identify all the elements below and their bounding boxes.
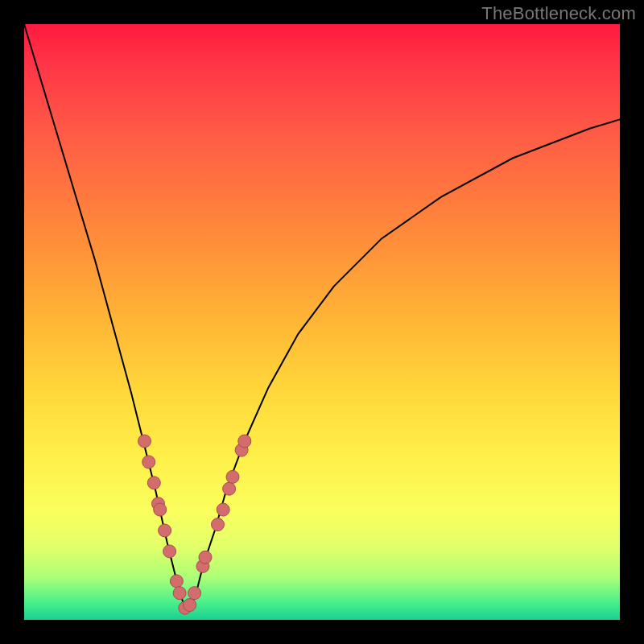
watermark-text: TheBottleneck.com (481, 3, 636, 24)
highlight-dot (188, 587, 201, 600)
highlight-dot (217, 503, 229, 516)
bottleneck-curve (24, 24, 620, 608)
highlight-dots-group (138, 435, 251, 614)
highlight-dot (147, 477, 160, 489)
highlight-dot (238, 435, 251, 448)
highlight-dot (138, 435, 151, 448)
highlight-dot (226, 470, 239, 483)
highlight-dot (163, 545, 176, 558)
highlight-dot (154, 503, 167, 516)
highlight-dot (159, 524, 171, 537)
highlight-dot (173, 587, 186, 600)
highlight-dot (170, 575, 183, 588)
highlight-dot (223, 482, 236, 495)
highlight-dot (199, 551, 212, 564)
highlight-dot (212, 518, 225, 531)
chart-frame: TheBottleneck.com (0, 0, 644, 644)
highlight-dot (142, 456, 155, 469)
highlight-dot (184, 599, 196, 612)
chart-overlay-svg (24, 24, 620, 620)
